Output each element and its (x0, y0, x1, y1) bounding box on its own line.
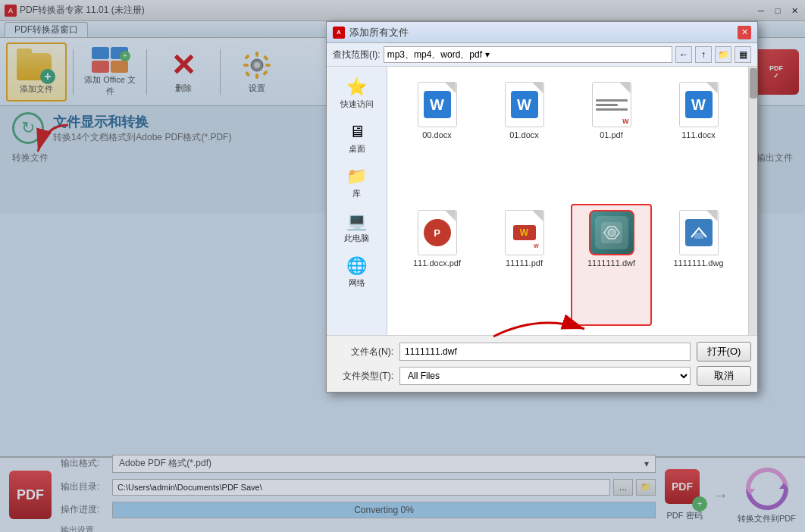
file-grid-scrollbar[interactable] (748, 67, 757, 335)
desktop-icon: 🖥 (349, 122, 365, 142)
nav-item-computer[interactable]: 💻 此电脑 (330, 207, 384, 249)
dialog-body: ⭐ 快速访问 🖥 桌面 📁 库 💻 此电脑 🌐 网络 (327, 67, 757, 335)
file-item-01pdf[interactable]: W 01.pdf (571, 76, 652, 198)
open-button[interactable]: 打开(O) (697, 342, 751, 361)
network-label: 网络 (349, 277, 365, 289)
network-icon: 🌐 (346, 256, 367, 276)
computer-icon: 💻 (346, 211, 367, 231)
file-grid: W 00.docx W 01.docx (387, 67, 748, 335)
dialog-nav: ⭐ 快速访问 🖥 桌面 📁 库 💻 此电脑 🌐 网络 (327, 67, 387, 335)
location-input[interactable]: mp3、mp4、word、pdf ▾ (384, 46, 672, 63)
desktop-label: 桌面 (349, 143, 365, 155)
file-icon-00docx: W (415, 82, 460, 127)
file-name-01docx: 01.docx (509, 130, 539, 139)
file-name-1111111dwg: 1111111.dwg (673, 258, 723, 268)
location-new-folder-button[interactable]: 📁 (715, 46, 731, 63)
add-files-dialog: A 添加所有文件 ✕ 查找范围(I): mp3、mp4、word、pdf ▾ ←… (326, 21, 758, 393)
file-name-111docxpdf: 111.docx.pdf (413, 258, 461, 268)
file-icon-1111111dwg (676, 210, 722, 255)
nav-item-library[interactable]: 📁 库 (330, 162, 384, 204)
cancel-button[interactable]: 取消 (697, 366, 751, 386)
file-name-1111111dwf: 1111111.dwf (587, 258, 635, 268)
file-area: W 00.docx W 01.docx (387, 67, 748, 335)
file-name-11111pdf: 11111.pdf (506, 258, 543, 268)
file-name-00docx: 00.docx (422, 130, 452, 139)
nav-item-quickaccess[interactable]: ⭐ 快速访问 (330, 73, 384, 114)
file-item-00docx[interactable]: W 00.docx (396, 76, 478, 198)
svg-rect-13 (694, 233, 703, 239)
file-name-111docx: 111.docx (681, 130, 716, 139)
quickaccess-label: 快速访问 (340, 99, 374, 110)
filename-input[interactable] (399, 343, 691, 361)
file-name-01pdf: 01.pdf (600, 130, 623, 139)
file-item-111docxpdf[interactable]: P 111.docx.pdf (396, 204, 478, 326)
file-item-1111111dwf[interactable]: 1111111.dwf (571, 204, 652, 326)
filetype-select[interactable]: All Files (399, 367, 691, 385)
file-item-11111pdf[interactable]: W W 11111.pdf (484, 204, 565, 326)
file-icon-01docx: W (502, 82, 547, 127)
location-back-button[interactable]: ← (675, 46, 692, 63)
dialog-title-bar: A 添加所有文件 ✕ (327, 22, 757, 43)
file-icon-1111111dwf (589, 210, 634, 255)
svg-point-12 (608, 229, 615, 236)
dialog-app-icon: A (333, 27, 345, 39)
file-icon-111docx: W (676, 82, 722, 127)
library-label: 库 (352, 188, 361, 199)
file-item-1111111dwg[interactable]: 1111111.dwg (658, 204, 739, 326)
filetype-label: 文件类型(T): (333, 370, 393, 383)
dialog-close-button[interactable]: ✕ (738, 26, 751, 39)
dialog-title: 添加所有文件 (349, 26, 738, 39)
nav-item-desktop[interactable]: 🖥 桌面 (330, 117, 384, 159)
location-view-button[interactable]: ▦ (735, 46, 751, 63)
quickaccess-icon: ⭐ (346, 77, 367, 97)
filename-label: 文件名(N): (333, 346, 393, 358)
library-icon: 📁 (346, 167, 367, 186)
location-bar: 查找范围(I): mp3、mp4、word、pdf ▾ ← ↑ 📁 ▦ (327, 43, 757, 67)
filetype-row: 文件类型(T): All Files 取消 (333, 366, 751, 386)
location-up-button[interactable]: ↑ (695, 46, 712, 63)
location-label: 查找范围(I): (333, 49, 381, 61)
nav-item-network[interactable]: 🌐 网络 (330, 252, 384, 293)
computer-label: 此电脑 (344, 233, 369, 244)
file-item-01docx[interactable]: W 01.docx (484, 76, 565, 198)
dialog-bottom: 文件名(N): 打开(O) 文件类型(T): All Files 取消 (327, 335, 757, 392)
filename-row: 文件名(N): 打开(O) (333, 342, 751, 361)
file-icon-11111pdf: W W (502, 210, 547, 255)
file-item-111docx[interactable]: W 111.docx (658, 76, 739, 198)
file-icon-111docxpdf: P (415, 210, 460, 255)
file-icon-01pdf: W (589, 82, 634, 127)
